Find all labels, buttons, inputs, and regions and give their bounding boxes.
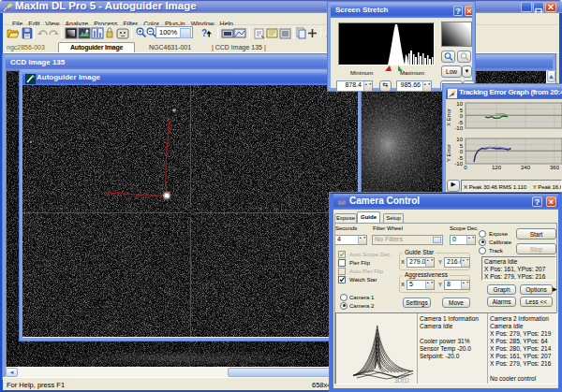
svg-text:Y Error: Y Error	[446, 144, 451, 162]
svg-text:-5: -5	[458, 120, 464, 125]
svg-text:3D[1]: 3D[1]	[394, 377, 409, 384]
svg-text:10: 10	[456, 137, 463, 142]
svg-text:-5: -5	[458, 155, 464, 161]
svg-text:240: 240	[521, 165, 531, 170]
svg-text:360: 360	[550, 165, 560, 170]
svg-text:?: ?	[201, 28, 207, 38]
svg-text:X Error: X Error	[446, 109, 451, 126]
svg-text:120: 120	[492, 165, 502, 170]
svg-text:-10: -10	[454, 161, 463, 167]
svg-text:10: 10	[456, 101, 463, 107]
svg-text:-10: -10	[454, 125, 463, 131]
